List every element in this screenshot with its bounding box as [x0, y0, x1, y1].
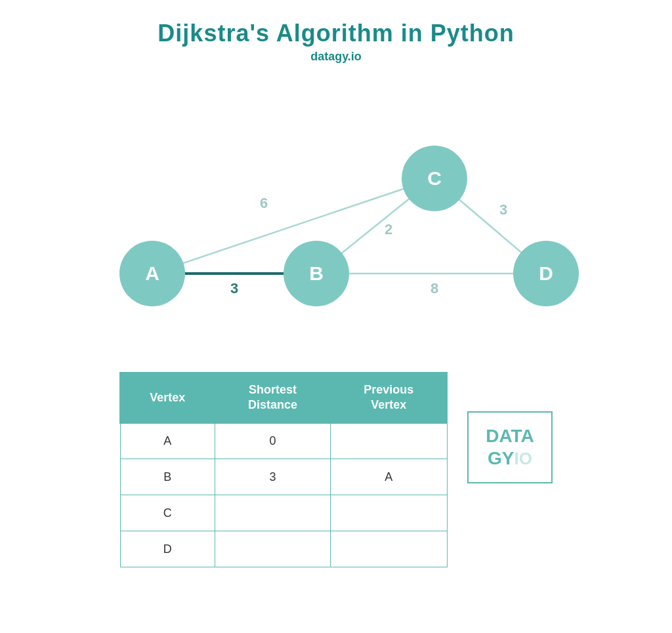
- cell-vertex-a: A: [120, 423, 215, 459]
- node-a: A: [119, 241, 185, 306]
- page-subtitle: datagy.io: [310, 50, 362, 64]
- cell-distance-a: 0: [215, 423, 330, 459]
- cell-distance-b: 3: [215, 459, 330, 495]
- cell-vertex-d: D: [120, 531, 215, 567]
- cell-previous-c: [330, 495, 447, 531]
- graph-svg: 6 3 2 8 3: [67, 77, 605, 352]
- cell-previous-d: [330, 531, 447, 567]
- logo-box: DATAGYIO: [467, 411, 553, 483]
- weight-bd: 8: [430, 280, 438, 296]
- cell-vertex-c: C: [120, 495, 215, 531]
- col-header-distance: ShortestDistance: [215, 373, 330, 423]
- weight-ab: 3: [230, 280, 238, 296]
- logo-io: IO: [514, 449, 532, 468]
- cell-distance-d: [215, 531, 330, 567]
- col-header-previous: PreviousVertex: [330, 373, 447, 423]
- table-row: A 0: [120, 423, 447, 459]
- table-row: B 3 A: [120, 459, 447, 495]
- cell-previous-a: [330, 423, 447, 459]
- node-b: B: [284, 241, 349, 306]
- table-section: Vertex ShortestDistance PreviousVertex A…: [119, 372, 553, 567]
- logo-text: DATAGYIO: [486, 425, 534, 469]
- table-row: D: [120, 531, 447, 567]
- weight-cd: 3: [499, 201, 507, 218]
- cell-vertex-b: B: [120, 459, 215, 495]
- col-header-vertex: Vertex: [120, 373, 215, 423]
- cell-distance-c: [215, 495, 330, 531]
- dijkstra-table: Vertex ShortestDistance PreviousVertex A…: [119, 372, 448, 567]
- node-d: D: [513, 241, 579, 306]
- table-row: C: [120, 495, 447, 531]
- weight-ac: 6: [260, 195, 268, 211]
- node-c: C: [402, 146, 467, 211]
- cell-previous-b: A: [330, 459, 447, 495]
- graph-diagram: 6 3 2 8 3 A B C D: [67, 77, 605, 352]
- weight-bc: 2: [385, 221, 392, 237]
- page-title: Dijkstra's Algorithm in Python: [158, 20, 514, 47]
